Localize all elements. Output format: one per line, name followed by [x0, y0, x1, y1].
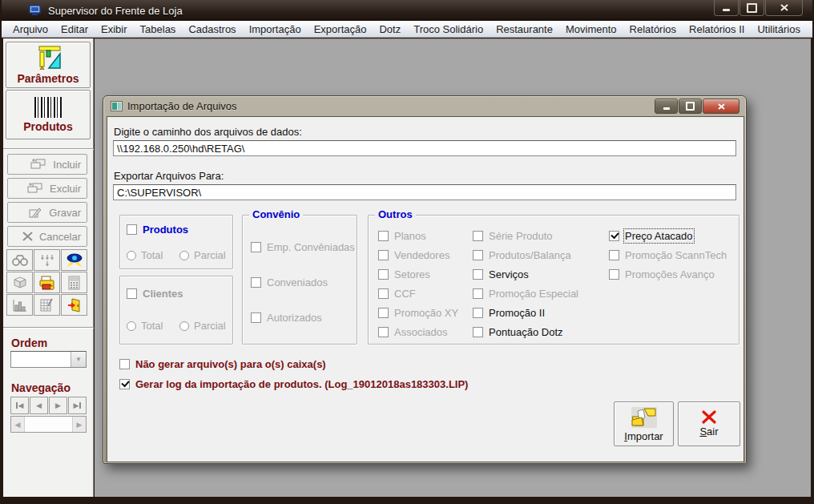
ordem-dropdown[interactable]: ▼ [10, 351, 87, 368]
checkbox-box[interactable] [609, 250, 619, 260]
menu-importacao[interactable]: Importação [243, 22, 308, 37]
excluir-button[interactable]: Excluir [7, 178, 87, 199]
checkbox-setores[interactable]: Setores [378, 268, 430, 280]
checkbox-serie-produto[interactable]: Série Produto [473, 230, 553, 242]
checkbox-box[interactable] [378, 308, 389, 318]
menu-janela[interactable]: Janela [807, 22, 814, 37]
menu-cadastros[interactable]: Cadastros [182, 22, 242, 37]
menu-dotz[interactable]: Dotz [373, 22, 407, 37]
chevron-down-icon[interactable]: ▼ [71, 352, 86, 367]
radio-dot[interactable] [179, 321, 189, 331]
checkbox-produtos-balanca[interactable]: Produtos/Balança [473, 249, 571, 261]
nav-previous-button[interactable]: ◀ [30, 397, 48, 414]
close-button[interactable] [765, 0, 803, 16]
checkbox-box[interactable] [119, 359, 130, 369]
preview-button[interactable] [61, 249, 87, 271]
radio-dot[interactable] [127, 321, 136, 331]
radio-dot[interactable] [179, 251, 189, 260]
checkbox-box[interactable] [473, 308, 483, 318]
checkbox-box[interactable] [378, 269, 389, 280]
checkbox-box[interactable] [473, 250, 483, 260]
checkbox-box[interactable] [378, 250, 389, 260]
checkbox-box[interactable] [473, 288, 483, 299]
menu-restaurante[interactable]: Restaurante [490, 22, 559, 37]
checkbox-gerar-log[interactable]: Gerar log da importação de produtos. (Lo… [119, 378, 468, 390]
checkbox-associados[interactable]: Associados [378, 326, 447, 338]
checkbox-promocao-ii[interactable]: Promoção II [473, 307, 545, 319]
produtos-button[interactable]: Produtos [6, 90, 91, 139]
maximize-button[interactable] [739, 0, 764, 16]
checkbox-box[interactable] [127, 224, 137, 235]
package-button[interactable] [6, 272, 33, 293]
checkbox-box[interactable] [251, 312, 261, 323]
checkbox-conveniados[interactable]: Conveniados [251, 276, 328, 288]
menu-exibir[interactable]: Exibir [95, 22, 134, 37]
path-input[interactable] [113, 140, 736, 156]
importar-button[interactable]: Importar [614, 401, 674, 446]
menu-exportacao[interactable]: Exportação [308, 22, 373, 37]
checkbox-box[interactable] [609, 269, 619, 280]
checkbox-box[interactable] [251, 277, 261, 288]
export-input[interactable] [113, 184, 736, 200]
checkbox-clientes[interactable]: Clientes [127, 288, 183, 300]
menu-tabelas[interactable]: Tabelas [134, 22, 183, 37]
menu-arquivo[interactable]: Arquivo [6, 22, 54, 37]
dialog-close-button[interactable] [703, 99, 739, 114]
menu-movimento[interactable]: Movimento [559, 22, 623, 37]
calculator-button[interactable] [61, 272, 87, 293]
checkbox-box[interactable] [378, 327, 389, 337]
checkbox-emp-conveniadas[interactable]: Emp. Convêniadas [251, 241, 355, 253]
record-scrollbar[interactable]: ◀ ▶ [10, 416, 87, 433]
menu-relatorios-ii[interactable]: Relatórios II [683, 22, 751, 37]
scroll-left-icon[interactable]: ◀ [11, 417, 24, 432]
checkbox-box[interactable] [473, 327, 483, 337]
dialog-minimize-button[interactable] [655, 99, 678, 114]
checkbox-promocao-especial[interactable]: Promoção Especial [473, 288, 578, 300]
menu-utilitarios[interactable]: Utilitários [751, 22, 806, 37]
incluir-button[interactable]: Incluir [7, 154, 87, 175]
print-button[interactable] [34, 272, 60, 293]
nav-first-button[interactable]: ◀ [10, 397, 29, 414]
scroll-right-icon[interactable]: ▶ [73, 417, 86, 432]
checkbox-box[interactable] [378, 231, 389, 241]
nav-next-button[interactable]: ▶ [49, 397, 67, 414]
checkbox-promocao-xy[interactable]: Promoção XY [378, 307, 458, 319]
checkbox-box[interactable] [473, 231, 483, 241]
report-button[interactable] [34, 294, 60, 316]
sort-button[interactable] [34, 249, 60, 271]
scroll-track[interactable] [24, 417, 73, 432]
gravar-button[interactable]: Gravar [7, 202, 87, 223]
radio-produtos-parcial[interactable]: Parcial [179, 249, 226, 261]
checkbox-promocoes-avanco[interactable]: Promoções Avanço [609, 268, 715, 280]
search-button[interactable] [6, 249, 33, 271]
parametros-button[interactable]: Parâmetros [6, 42, 91, 88]
exit-button[interactable] [61, 294, 87, 316]
nav-last-button[interactable]: ▶ [68, 397, 87, 414]
dialog-titlebar[interactable]: Importação de Arquivos [103, 96, 746, 116]
checkbox-ccf[interactable]: CCF [378, 288, 416, 300]
radio-clientes-total[interactable]: Total [127, 320, 163, 332]
checkbox-produtos[interactable]: Produtos [127, 224, 188, 236]
checkbox-box[interactable] [119, 379, 130, 389]
checkbox-servicos[interactable]: Serviços [473, 268, 529, 280]
menu-editar[interactable]: Editar [54, 22, 95, 37]
checkbox-box[interactable] [473, 269, 483, 280]
sair-button[interactable]: Sair [678, 401, 740, 446]
checkbox-box[interactable] [609, 231, 619, 241]
radio-produtos-total[interactable]: Total [127, 249, 163, 261]
checkbox-preco-atacado[interactable]: Preço Atacado [609, 230, 693, 242]
checkbox-planos[interactable]: Planos [378, 230, 426, 242]
checkbox-box[interactable] [127, 288, 137, 299]
radio-clientes-parcial[interactable]: Parcial [179, 320, 226, 332]
dialog-maximize-button[interactable] [679, 99, 702, 114]
menu-troco-solidario[interactable]: Troco Solidário [407, 22, 490, 37]
checkbox-pontuacao-dotz[interactable]: Pontuação Dotz [473, 326, 563, 338]
checkbox-box[interactable] [251, 242, 261, 252]
chart-button[interactable] [6, 294, 33, 316]
radio-dot[interactable] [127, 251, 136, 260]
cancelar-button[interactable]: Cancelar [7, 226, 87, 247]
checkbox-vendedores[interactable]: Vendedores [378, 249, 449, 261]
checkbox-promocao-scanntech[interactable]: Promoção ScannTech [609, 249, 727, 261]
minimize-button[interactable] [714, 0, 739, 16]
checkbox-autorizados[interactable]: Autorizados [251, 312, 322, 324]
